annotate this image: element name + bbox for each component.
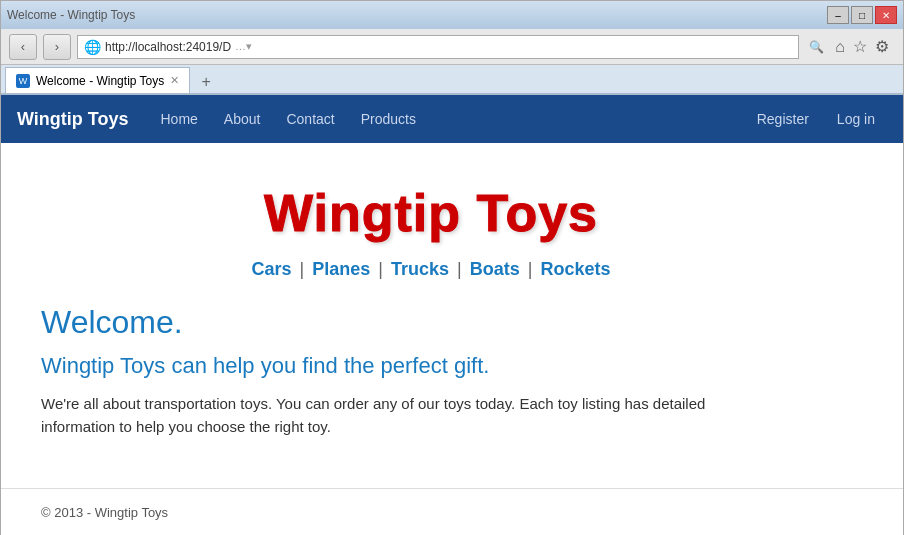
about-link[interactable]: About [212, 105, 273, 133]
browser-window: Welcome - Wingtip Toys – □ ✕ ‹ › 🌐 http:… [0, 0, 904, 535]
sep-2: | [378, 259, 383, 279]
sep-4: | [528, 259, 533, 279]
active-tab[interactable]: W Welcome - Wingtip Toys ✕ [5, 67, 190, 93]
close-button[interactable]: ✕ [875, 6, 897, 24]
nav-links: Home About Contact Products [149, 105, 745, 133]
window-controls: – □ ✕ [827, 6, 897, 24]
tab-favicon: W [16, 74, 30, 88]
trucks-link[interactable]: Trucks [391, 259, 449, 279]
forward-button[interactable]: › [43, 34, 71, 60]
title-bar-left: Welcome - Wingtip Toys [7, 8, 135, 22]
tab-bar: W Welcome - Wingtip Toys ✕ + [1, 65, 903, 95]
nav-right: Register Log in [745, 105, 887, 133]
cars-link[interactable]: Cars [251, 259, 291, 279]
category-links: Cars | Planes | Trucks | Boats | Rockets [41, 259, 821, 280]
address-input-container[interactable]: 🌐 http://localhost:24019/D …▾ [77, 35, 799, 59]
welcome-heading: Welcome. [41, 304, 821, 341]
login-link[interactable]: Log in [825, 105, 887, 133]
navbar: Wingtip Toys Home About Contact Products… [1, 95, 903, 143]
tab-close-button[interactable]: ✕ [170, 74, 179, 87]
sep-1: | [300, 259, 305, 279]
magnifier-icon[interactable]: 🔍 [805, 36, 827, 58]
tagline: Wingtip Toys can help you find the perfe… [41, 353, 821, 379]
tab-title: Welcome - Wingtip Toys [36, 74, 164, 88]
site-title: Wingtip Toys [41, 183, 821, 243]
maximize-button[interactable]: □ [851, 6, 873, 24]
home-link[interactable]: Home [149, 105, 210, 133]
new-tab-button[interactable]: + [194, 71, 218, 93]
sep-3: | [457, 259, 462, 279]
minimize-button[interactable]: – [827, 6, 849, 24]
favorites-icon[interactable]: ☆ [851, 35, 869, 58]
window-title: Welcome - Wingtip Toys [7, 8, 135, 22]
contact-link[interactable]: Contact [274, 105, 346, 133]
copyright-text: © 2013 - Wingtip Toys [41, 505, 168, 520]
globe-icon: 🌐 [84, 39, 101, 55]
rockets-link[interactable]: Rockets [540, 259, 610, 279]
url-suffix: …▾ [235, 40, 252, 53]
boats-link[interactable]: Boats [470, 259, 520, 279]
navbar-brand[interactable]: Wingtip Toys [17, 109, 129, 130]
back-button[interactable]: ‹ [9, 34, 37, 60]
page-footer: © 2013 - Wingtip Toys [1, 488, 903, 535]
address-bar: ‹ › 🌐 http://localhost:24019/D …▾ 🔍 ⌂ ☆ … [1, 29, 903, 65]
home-icon[interactable]: ⌂ [833, 36, 847, 58]
settings-icon[interactable]: ⚙ [873, 35, 891, 58]
main-content: Wingtip Toys Cars | Planes | Trucks | Bo… [1, 143, 861, 458]
url-text: http://localhost:24019/D [105, 40, 231, 54]
browser-toolbar-right: ⌂ ☆ ⚙ [833, 35, 895, 58]
register-link[interactable]: Register [745, 105, 821, 133]
products-link[interactable]: Products [349, 105, 428, 133]
page-content: Wingtip Toys Home About Contact Products… [1, 95, 903, 535]
description: We're all about transportation toys. You… [41, 393, 761, 438]
planes-link[interactable]: Planes [312, 259, 370, 279]
title-bar: Welcome - Wingtip Toys – □ ✕ [1, 1, 903, 29]
search-icons: 🔍 [805, 36, 827, 58]
